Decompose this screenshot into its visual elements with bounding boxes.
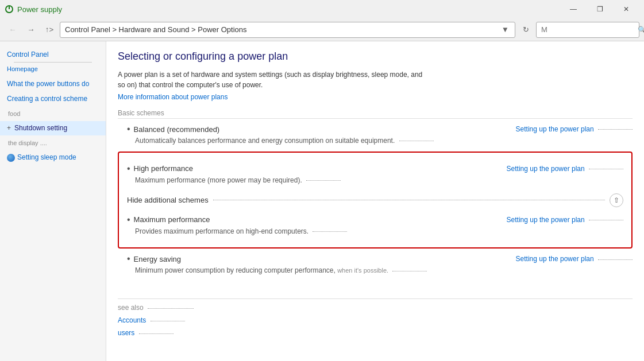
- max-perf-scheme-header: Maximum performance Setting up the power…: [127, 215, 623, 224]
- sidebar-item-food: food: [0, 106, 106, 121]
- control-panel-link[interactable]: Control Panel: [7, 51, 49, 59]
- max-perf-dotted2: [313, 231, 347, 232]
- max-perf-scheme-item: Maximum performance Setting up the power…: [127, 215, 623, 236]
- energy-dotted: [598, 259, 633, 260]
- high-perf-scheme-name: High performance: [127, 164, 193, 173]
- max-perf-setup-link[interactable]: Setting up the power plan: [507, 216, 623, 224]
- back-button[interactable]: ←: [5, 22, 21, 38]
- max-perf-scheme-name: Maximum performance: [127, 215, 210, 224]
- title-bar: Power supply — ❐ ✕: [0, 0, 644, 18]
- hide-schemes-text: Hide additional schemes: [127, 196, 209, 204]
- shutdown-setting-link[interactable]: Shutdown setting: [14, 123, 67, 133]
- content-area: Selecting or configuring a power plan A …: [106, 41, 644, 361]
- page-description: A power plan is a set of hardware and sy…: [118, 69, 428, 90]
- users-text: users: [118, 329, 134, 337]
- collapse-button[interactable]: ⇧: [610, 193, 623, 207]
- accounts-dotted: [151, 321, 185, 321]
- high-perf-scheme-item: High performance Setting up the power pl…: [127, 164, 623, 185]
- basic-schemes-label: Basic schemes: [118, 109, 633, 119]
- see-also-label: see also: [118, 304, 633, 312]
- see-also-text: see also: [118, 304, 144, 312]
- search-container: 🔍: [536, 22, 639, 38]
- close-button[interactable]: ✕: [613, 0, 639, 18]
- content-wrapper: Selecting or configuring a power plan A …: [118, 51, 633, 338]
- globe-icon: [7, 154, 15, 162]
- see-also-section: see also Accounts users: [118, 298, 633, 338]
- sidebar-item-control-panel[interactable]: Control Panel Homepage: [0, 47, 106, 76]
- main-area: Control Panel Homepage What the power bu…: [0, 41, 644, 361]
- sidebar-divider: [14, 62, 92, 63]
- energy-dotted2: [392, 271, 427, 271]
- sidebar-item-display: the display ....: [0, 135, 106, 150]
- display-text: the display ....: [7, 139, 47, 146]
- power-icon: [5, 5, 14, 14]
- window-title: Power supply: [17, 5, 62, 14]
- balanced-setup-link[interactable]: Setting up the power plan: [516, 125, 633, 133]
- highlight-box: High performance Setting up the power pl…: [118, 152, 633, 249]
- max-perf-scheme-desc: Provides maximum performance on high-end…: [135, 227, 623, 236]
- search-input[interactable]: [541, 25, 638, 34]
- minimize-button[interactable]: —: [560, 0, 587, 18]
- hide-schemes-row: Hide additional schemes ⇧: [127, 191, 623, 209]
- power-buttons-link[interactable]: What the power buttons do: [7, 80, 89, 88]
- homepage-link[interactable]: Homepage: [7, 65, 99, 73]
- high-perf-dotted2: [306, 180, 341, 181]
- up-button[interactable]: ↑>: [41, 22, 57, 38]
- sidebar: Control Panel Homepage What the power bu…: [0, 41, 106, 361]
- address-input[interactable]: [65, 25, 500, 34]
- energy-scheme-header: Energy saving Setting up the power plan: [127, 254, 633, 263]
- control-scheme-link[interactable]: Creating a control scheme: [7, 95, 87, 103]
- high-perf-scheme-desc: Maximum performance (more power may be r…: [135, 176, 623, 185]
- sidebar-item-control-scheme[interactable]: Creating a control scheme: [0, 91, 106, 106]
- balanced-scheme-header: Balanced (recommended) Setting up the po…: [127, 125, 633, 134]
- sidebar-item-sleep-mode[interactable]: Setting sleep mode: [0, 150, 106, 165]
- balanced-scheme-item: Balanced (recommended) Setting up the po…: [127, 125, 633, 146]
- food-text: food: [7, 110, 20, 117]
- forward-button[interactable]: →: [23, 22, 39, 38]
- energy-scheme-item: Energy saving Setting up the power plan …: [127, 254, 633, 275]
- address-dropdown-button[interactable]: ▼: [500, 24, 510, 35]
- energy-scheme-desc: Minimum power consumption by reducing co…: [135, 266, 633, 275]
- accounts-link[interactable]: Accounts: [118, 315, 633, 325]
- window-controls: — ❐ ✕: [560, 0, 639, 18]
- search-icon: 🔍: [638, 26, 644, 34]
- users-link[interactable]: users: [118, 328, 633, 338]
- high-perf-setup-link[interactable]: Setting up the power plan: [507, 165, 623, 173]
- accounts-text: Accounts: [118, 316, 146, 324]
- dotted-line2: [399, 141, 434, 141]
- dotted-line: [598, 129, 633, 130]
- page-title: Selecting or configuring a power plan: [118, 51, 633, 63]
- energy-setup-link[interactable]: Setting up the power plan: [516, 255, 633, 263]
- refresh-button[interactable]: ↻: [518, 22, 534, 38]
- high-perf-scheme-header: High performance Setting up the power pl…: [127, 164, 623, 173]
- balanced-scheme-desc: Automatically balances performance and e…: [135, 136, 633, 146]
- users-dotted: [139, 333, 173, 334]
- energy-scheme-name: Energy saving: [127, 254, 181, 263]
- title-bar-left: Power supply: [5, 5, 62, 14]
- more-info-link[interactable]: More information about power plans: [118, 93, 227, 101]
- plus-icon: +: [7, 123, 11, 133]
- sidebar-item-power-buttons[interactable]: What the power buttons do: [0, 76, 106, 91]
- address-bar: ← → ↑> ▼ ↻ 🔍: [0, 18, 644, 41]
- sleep-mode-link[interactable]: Setting sleep mode: [17, 153, 76, 162]
- hide-dotted: [213, 200, 605, 200]
- sidebar-item-shutdown[interactable]: + Shutdown setting: [0, 121, 106, 135]
- restore-button[interactable]: ❐: [587, 0, 613, 18]
- see-also-dotted: [148, 308, 194, 309]
- balanced-scheme-name: Balanced (recommended): [127, 125, 219, 134]
- high-perf-dotted: [589, 169, 623, 169]
- max-perf-dotted: [589, 220, 623, 220]
- address-input-container: ▼: [60, 22, 515, 38]
